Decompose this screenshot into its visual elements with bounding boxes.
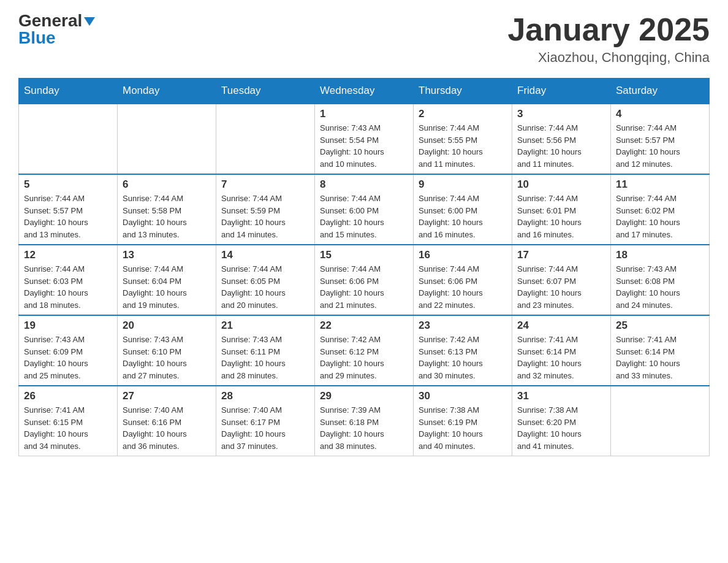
calendar-cell-w4-d1: 19Sunrise: 7:43 AMSunset: 6:09 PMDayligh… — [19, 315, 118, 386]
day-info: Sunrise: 7:43 AMSunset: 6:10 PMDaylight:… — [123, 334, 211, 381]
day-number: 15 — [320, 249, 408, 261]
calendar-cell-w3-d2: 13Sunrise: 7:44 AMSunset: 6:04 PMDayligh… — [118, 245, 216, 315]
calendar-cell-w4-d6: 24Sunrise: 7:41 AMSunset: 6:14 PMDayligh… — [512, 315, 611, 386]
calendar-cell-w4-d7: 25Sunrise: 7:41 AMSunset: 6:14 PMDayligh… — [611, 315, 710, 386]
day-number: 29 — [320, 390, 408, 402]
calendar-cell-w5-d7 — [611, 386, 710, 456]
day-number: 1 — [320, 108, 408, 120]
day-info: Sunrise: 7:40 AMSunset: 6:16 PMDaylight:… — [123, 404, 211, 452]
calendar-cell-w1-d7: 4Sunrise: 7:44 AMSunset: 5:57 PMDaylight… — [611, 104, 710, 174]
day-info: Sunrise: 7:44 AMSunset: 6:06 PMDaylight:… — [419, 263, 507, 311]
day-info: Sunrise: 7:40 AMSunset: 6:17 PMDaylight:… — [221, 404, 309, 452]
calendar-cell-w3-d4: 15Sunrise: 7:44 AMSunset: 6:06 PMDayligh… — [315, 245, 414, 315]
weekday-header-row: Sunday Monday Tuesday Wednesday Thursday… — [19, 79, 710, 104]
day-number: 13 — [123, 249, 211, 261]
day-info: Sunrise: 7:44 AMSunset: 5:56 PMDaylight:… — [517, 122, 605, 170]
day-info: Sunrise: 7:44 AMSunset: 6:02 PMDaylight:… — [616, 193, 704, 240]
day-info: Sunrise: 7:44 AMSunset: 6:07 PMDaylight:… — [517, 263, 605, 311]
calendar-cell-w4-d3: 21Sunrise: 7:43 AMSunset: 6:11 PMDayligh… — [216, 315, 315, 386]
calendar-cell-w3-d1: 12Sunrise: 7:44 AMSunset: 6:03 PMDayligh… — [19, 245, 118, 315]
day-number: 14 — [221, 249, 309, 261]
calendar-cell-w5-d5: 30Sunrise: 7:38 AMSunset: 6:19 PMDayligh… — [414, 386, 512, 456]
calendar-cell-w5-d2: 27Sunrise: 7:40 AMSunset: 6:16 PMDayligh… — [118, 386, 216, 456]
header-tuesday: Tuesday — [216, 79, 315, 104]
day-number: 20 — [123, 320, 211, 332]
calendar-cell-w1-d1 — [19, 104, 118, 174]
day-info: Sunrise: 7:41 AMSunset: 6:14 PMDaylight:… — [517, 334, 605, 381]
calendar-cell-w1-d6: 3Sunrise: 7:44 AMSunset: 5:56 PMDaylight… — [512, 104, 611, 174]
day-number: 24 — [517, 320, 605, 332]
day-number: 7 — [221, 178, 309, 191]
calendar-week-2: 5Sunrise: 7:44 AMSunset: 5:57 PMDaylight… — [19, 174, 710, 245]
logo-general-text: General — [18, 11, 82, 30]
calendar-cell-w5-d1: 26Sunrise: 7:41 AMSunset: 6:15 PMDayligh… — [19, 386, 118, 456]
calendar-cell-w3-d7: 18Sunrise: 7:43 AMSunset: 6:08 PMDayligh… — [611, 245, 710, 315]
calendar-cell-w2-d2: 6Sunrise: 7:44 AMSunset: 5:58 PMDaylight… — [118, 174, 216, 245]
day-number: 23 — [419, 320, 507, 332]
calendar-cell-w1-d3 — [216, 104, 315, 174]
day-info: Sunrise: 7:38 AMSunset: 6:19 PMDaylight:… — [419, 404, 507, 452]
day-number: 18 — [616, 249, 704, 261]
calendar-week-4: 19Sunrise: 7:43 AMSunset: 6:09 PMDayligh… — [19, 315, 710, 386]
month-title: January 2025 — [507, 12, 710, 47]
calendar-cell-w5-d6: 31Sunrise: 7:38 AMSunset: 6:20 PMDayligh… — [512, 386, 611, 456]
day-info: Sunrise: 7:44 AMSunset: 5:57 PMDaylight:… — [616, 122, 704, 170]
header-sunday: Sunday — [19, 79, 118, 104]
location: Xiaozhou, Chongqing, China — [507, 50, 710, 66]
day-number: 5 — [24, 178, 112, 191]
day-info: Sunrise: 7:44 AMSunset: 6:01 PMDaylight:… — [517, 193, 605, 240]
day-info: Sunrise: 7:44 AMSunset: 6:06 PMDaylight:… — [320, 263, 408, 311]
day-info: Sunrise: 7:44 AMSunset: 6:00 PMDaylight:… — [320, 193, 408, 240]
calendar-cell-w1-d4: 1Sunrise: 7:43 AMSunset: 5:54 PMDaylight… — [315, 104, 414, 174]
day-number: 30 — [419, 390, 507, 402]
header-monday: Monday — [118, 79, 216, 104]
title-block: January 2025 Xiaozhou, Chongqing, China — [507, 12, 710, 66]
page-header: General Blue January 2025 Xiaozhou, Chon… — [18, 12, 710, 66]
day-number: 8 — [320, 178, 408, 191]
day-number: 6 — [123, 178, 211, 191]
calendar-cell-w2-d7: 11Sunrise: 7:44 AMSunset: 6:02 PMDayligh… — [611, 174, 710, 245]
day-number: 31 — [517, 390, 605, 402]
header-wednesday: Wednesday — [315, 79, 414, 104]
day-number: 10 — [517, 178, 605, 191]
calendar-cell-w1-d5: 2Sunrise: 7:44 AMSunset: 5:55 PMDaylight… — [414, 104, 512, 174]
day-number: 9 — [419, 178, 507, 191]
calendar-cell-w5-d3: 28Sunrise: 7:40 AMSunset: 6:17 PMDayligh… — [216, 386, 315, 456]
day-info: Sunrise: 7:42 AMSunset: 6:12 PMDaylight:… — [320, 334, 408, 381]
calendar-week-3: 12Sunrise: 7:44 AMSunset: 6:03 PMDayligh… — [19, 245, 710, 315]
calendar-week-1: 1Sunrise: 7:43 AMSunset: 5:54 PMDaylight… — [19, 104, 710, 174]
day-number: 2 — [419, 108, 507, 120]
header-friday: Friday — [512, 79, 611, 104]
calendar-cell-w2-d5: 9Sunrise: 7:44 AMSunset: 6:00 PMDaylight… — [414, 174, 512, 245]
calendar-cell-w4-d2: 20Sunrise: 7:43 AMSunset: 6:10 PMDayligh… — [118, 315, 216, 386]
day-number: 3 — [517, 108, 605, 120]
day-info: Sunrise: 7:44 AMSunset: 5:58 PMDaylight:… — [123, 193, 211, 240]
calendar-cell-w1-d2 — [118, 104, 216, 174]
day-number: 26 — [24, 390, 112, 402]
day-number: 19 — [24, 320, 112, 332]
header-saturday: Saturday — [611, 79, 710, 104]
day-number: 11 — [616, 178, 704, 191]
day-number: 28 — [221, 390, 309, 402]
day-info: Sunrise: 7:43 AMSunset: 6:11 PMDaylight:… — [221, 334, 309, 381]
calendar-cell-w2-d3: 7Sunrise: 7:44 AMSunset: 5:59 PMDaylight… — [216, 174, 315, 245]
day-info: Sunrise: 7:42 AMSunset: 6:13 PMDaylight:… — [419, 334, 507, 381]
day-info: Sunrise: 7:44 AMSunset: 5:55 PMDaylight:… — [419, 122, 507, 170]
header-thursday: Thursday — [414, 79, 512, 104]
calendar-cell-w2-d4: 8Sunrise: 7:44 AMSunset: 6:00 PMDaylight… — [315, 174, 414, 245]
day-info: Sunrise: 7:39 AMSunset: 6:18 PMDaylight:… — [320, 404, 408, 452]
calendar-cell-w3-d5: 16Sunrise: 7:44 AMSunset: 6:06 PMDayligh… — [414, 245, 512, 315]
calendar-cell-w4-d4: 22Sunrise: 7:42 AMSunset: 6:12 PMDayligh… — [315, 315, 414, 386]
logo-blue-text: Blue — [18, 28, 56, 47]
day-info: Sunrise: 7:38 AMSunset: 6:20 PMDaylight:… — [517, 404, 605, 452]
logo: General Blue — [18, 12, 95, 47]
calendar-cell-w3-d3: 14Sunrise: 7:44 AMSunset: 6:05 PMDayligh… — [216, 245, 315, 315]
calendar-cell-w2-d6: 10Sunrise: 7:44 AMSunset: 6:01 PMDayligh… — [512, 174, 611, 245]
calendar-cell-w3-d6: 17Sunrise: 7:44 AMSunset: 6:07 PMDayligh… — [512, 245, 611, 315]
day-info: Sunrise: 7:44 AMSunset: 6:00 PMDaylight:… — [419, 193, 507, 240]
day-number: 25 — [616, 320, 704, 332]
day-info: Sunrise: 7:43 AMSunset: 6:08 PMDaylight:… — [616, 263, 704, 311]
calendar-week-5: 26Sunrise: 7:41 AMSunset: 6:15 PMDayligh… — [19, 386, 710, 456]
day-info: Sunrise: 7:44 AMSunset: 5:57 PMDaylight:… — [24, 193, 112, 240]
day-info: Sunrise: 7:43 AMSunset: 6:09 PMDaylight:… — [24, 334, 112, 381]
